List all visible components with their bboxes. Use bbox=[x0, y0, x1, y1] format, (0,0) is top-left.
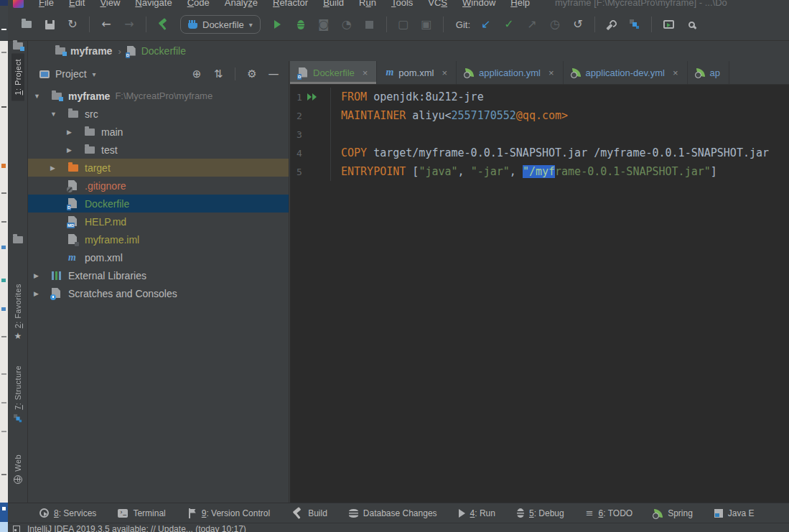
tree-item-external-libraries[interactable]: ▶External Libraries bbox=[28, 266, 289, 284]
toolwindow-button-6-todo[interactable]: ≡6: TODO bbox=[586, 508, 633, 518]
tree-toggle-icon[interactable]: ▼ bbox=[49, 111, 68, 118]
git-update-icon[interactable]: ↙ bbox=[477, 16, 495, 33]
debug-icon[interactable] bbox=[292, 16, 309, 33]
run-configuration-combo[interactable]: Dockerfile▾ bbox=[180, 15, 261, 34]
menu-code[interactable]: Code bbox=[187, 0, 210, 8]
stripe-folder-icon[interactable] bbox=[8, 236, 28, 243]
search-everywhere-icon[interactable] bbox=[683, 16, 700, 33]
save-icon[interactable] bbox=[41, 16, 58, 33]
sync-icon[interactable]: ↻ bbox=[64, 16, 81, 33]
code-line-4[interactable]: 4COPY target/myframe-0.0.1-SNAPSHOT.jar … bbox=[290, 144, 789, 162]
toolwindow-button-database-changes[interactable]: Database Changes bbox=[349, 508, 437, 518]
deploy-icon[interactable]: ▣ bbox=[418, 16, 435, 33]
toolwindow-button-5-debug[interactable]: 5: Debug bbox=[517, 508, 564, 518]
back-icon[interactable]: ← bbox=[98, 16, 115, 33]
tree-toggle-icon[interactable]: ▶ bbox=[65, 146, 85, 154]
settings-gear-icon[interactable]: ⚙ bbox=[244, 67, 260, 80]
run-icon[interactable] bbox=[269, 16, 286, 33]
tree-toggle-icon[interactable]: ▶ bbox=[49, 164, 68, 172]
toolwindow-button-terminal[interactable]: Terminal bbox=[118, 508, 165, 518]
toolwindow-button-8-services[interactable]: 8: Services bbox=[39, 508, 96, 518]
tree-item-myframe[interactable]: ▼myframeF:\MycreatPro\myframe bbox=[28, 87, 289, 105]
menu-build[interactable]: Build bbox=[323, 0, 344, 8]
tree-toggle-icon[interactable]: ▶ bbox=[32, 272, 52, 279]
close-icon[interactable]: × bbox=[442, 67, 447, 78]
folder-icon bbox=[68, 111, 78, 118]
toolwindow-button-spring[interactable]: Spring bbox=[654, 508, 693, 518]
tab-pom-xml[interactable]: mpom.xml× bbox=[377, 61, 457, 84]
toolwindow-toggle-icon[interactable] bbox=[13, 526, 20, 532]
status-message[interactable]: IntelliJ IDEA 2019.3.5 available: // Upd… bbox=[27, 523, 246, 532]
git-history-icon[interactable]: ◷ bbox=[546, 16, 564, 33]
menu-help[interactable]: Help bbox=[510, 0, 530, 8]
project-structure-icon[interactable] bbox=[626, 16, 643, 33]
tab-application-dev-yml[interactable]: application-dev.yml× bbox=[564, 61, 688, 84]
menu-refactor[interactable]: Refactor bbox=[273, 0, 308, 8]
tree-item-target[interactable]: ▶target bbox=[28, 159, 289, 177]
code-line-2[interactable]: 2MAINTAINER aliyu<2557170552@qq.com> bbox=[290, 106, 789, 125]
close-icon[interactable]: × bbox=[673, 67, 678, 78]
hide-icon[interactable]: — bbox=[266, 67, 281, 80]
git-push-icon[interactable]: ↗ bbox=[523, 16, 541, 33]
tree-item-help-md[interactable]: MDHELP.md bbox=[28, 213, 289, 230]
stripe-web[interactable]: Web bbox=[8, 454, 28, 484]
coverage-icon[interactable]: ◙ bbox=[315, 16, 332, 33]
stripe-2-favorites[interactable]: 2: Favorites★ bbox=[8, 284, 28, 340]
menu-navigate[interactable]: Navigate bbox=[135, 0, 172, 8]
tree-item-myframe-iml[interactable]: myframe.iml bbox=[28, 230, 289, 248]
code-line-5[interactable]: 5ENTRYPOINT ["java", "-jar", "/myframe-0… bbox=[290, 162, 789, 181]
breadcrumb-myframe[interactable]: myframe bbox=[55, 45, 112, 57]
tree-toggle-icon[interactable]: ▼ bbox=[32, 93, 52, 100]
menu-tools[interactable]: Tools bbox=[391, 0, 413, 8]
tree-toggle-icon[interactable]: ▶ bbox=[32, 290, 52, 297]
git-commit-icon[interactable]: ✓ bbox=[500, 16, 518, 33]
tree-item-src[interactable]: ▼src bbox=[28, 105, 289, 123]
attach-icon[interactable]: ▢ bbox=[395, 16, 412, 33]
menu-run[interactable]: Run bbox=[359, 0, 376, 8]
menu-edit[interactable]: Edit bbox=[69, 0, 85, 8]
toolwindow-button-label: Terminal bbox=[133, 508, 165, 518]
code-line-1[interactable]: 1FROM openjdk:8u212-jre bbox=[290, 88, 789, 106]
close-icon[interactable]: × bbox=[548, 67, 554, 78]
tree-item-dockerfile[interactable]: DDockerfile bbox=[28, 195, 289, 213]
rollback-icon[interactable]: ↺ bbox=[569, 16, 587, 33]
collapse-all-icon[interactable]: ⇅ bbox=[210, 67, 226, 80]
tree-item-scratches-and-consoles[interactable]: ▶Scratches and Consoles bbox=[28, 284, 289, 302]
code-line-3[interactable]: 3 bbox=[290, 125, 789, 144]
tree-item-gitignore[interactable]: .gitignore bbox=[28, 177, 289, 195]
stop-icon[interactable] bbox=[361, 16, 378, 33]
menu-window[interactable]: Window bbox=[462, 0, 495, 8]
open-icon[interactable] bbox=[18, 16, 35, 33]
toolwindow-button-java-e[interactable]: Java E bbox=[714, 508, 755, 518]
toolwindow-button-9-version-control[interactable]: 9: Version Control bbox=[187, 508, 270, 518]
db-icon bbox=[349, 509, 358, 518]
settings-wrench-icon[interactable] bbox=[603, 16, 620, 33]
stripe-1-project[interactable]: 1: Project bbox=[8, 42, 28, 101]
breadcrumb-dockerfile[interactable]: D Dockerfile bbox=[127, 45, 186, 57]
tree-item-main[interactable]: ▶main bbox=[28, 123, 289, 141]
project-panel-title[interactable]: Project bbox=[55, 68, 87, 80]
chevron-down-icon[interactable]: ▾ bbox=[93, 70, 96, 78]
tree-item-test[interactable]: ▶test bbox=[28, 141, 289, 159]
menu-analyze[interactable]: Analyze bbox=[225, 0, 258, 8]
locate-icon[interactable]: ⊕ bbox=[189, 67, 205, 80]
tree-toggle-icon[interactable]: ▶ bbox=[65, 129, 85, 136]
tab-dockerfile[interactable]: DDockerfile× bbox=[290, 61, 377, 84]
tree-item-pom-xml[interactable]: mpom.xml bbox=[28, 248, 289, 266]
tab-application-yml[interactable]: application.yml× bbox=[457, 61, 564, 84]
toolwindow-button-4-run[interactable]: 4: Run bbox=[459, 508, 495, 518]
editor-code[interactable]: 1FROM openjdk:8u212-jre2MAINTAINER aliyu… bbox=[290, 85, 789, 503]
run-anything-icon[interactable] bbox=[660, 16, 677, 33]
menu-view[interactable]: View bbox=[100, 0, 120, 8]
profiler-icon[interactable]: ◔ bbox=[338, 16, 355, 33]
forward-icon[interactable]: → bbox=[121, 16, 138, 33]
excluded-folder-icon bbox=[68, 164, 78, 172]
menu-vcs[interactable]: VCS bbox=[428, 0, 447, 8]
toolwindow-button-build[interactable]: Build bbox=[291, 508, 327, 519]
build-hammer-icon[interactable] bbox=[154, 16, 172, 33]
stripe-7-structure[interactable]: 7: Structure bbox=[8, 365, 28, 424]
menu-file[interactable]: File bbox=[39, 0, 54, 8]
close-icon[interactable]: × bbox=[363, 67, 368, 78]
run-gutter-icon[interactable] bbox=[307, 93, 317, 101]
tab-ap[interactable]: ap bbox=[688, 61, 729, 84]
